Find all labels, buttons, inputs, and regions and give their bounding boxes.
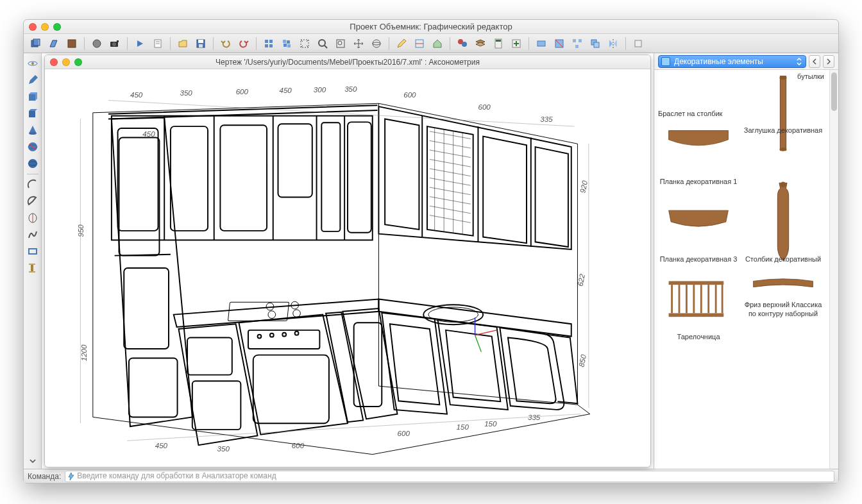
box-tool[interactable] — [25, 89, 40, 105]
edit-button[interactable] — [393, 36, 410, 51]
svg-rect-70 — [278, 124, 312, 197]
minimize-icon[interactable] — [62, 58, 70, 66]
orbit-button[interactable] — [368, 36, 385, 51]
save-button[interactable] — [192, 36, 209, 51]
svg-rect-72 — [348, 122, 371, 232]
library-grid: бутылки Браслет на столбик Планка декора… — [654, 70, 838, 469]
svg-line-23 — [325, 46, 327, 48]
svg-rect-94 — [187, 338, 232, 375]
explode-button[interactable] — [569, 36, 586, 51]
library-item[interactable]: Тарелочница — [657, 266, 740, 342]
close-icon[interactable] — [29, 23, 37, 31]
dim: 1200 — [80, 344, 88, 361]
zoom-icon[interactable] — [53, 23, 61, 31]
separator — [213, 37, 214, 50]
rect-tool[interactable] — [25, 244, 40, 259]
grid-button[interactable] — [260, 36, 277, 51]
sphere1-tool[interactable] — [25, 139, 40, 155]
svg-rect-60 — [29, 264, 35, 265]
dimensions-button[interactable] — [411, 36, 428, 51]
scrollbar[interactable] — [829, 70, 838, 469]
nav-prev-button[interactable] — [809, 55, 820, 68]
titlebar: Проект Объемник: Графический редактор — [24, 20, 838, 34]
main-toolbar — [24, 34, 838, 53]
sphere2-tool[interactable] — [25, 156, 40, 171]
dim: 350 — [344, 85, 357, 93]
column-tool[interactable] — [25, 260, 40, 276]
calc-button[interactable] — [490, 36, 507, 51]
zoom-fit-button[interactable] — [296, 36, 313, 51]
library-item[interactable]: Фриз верхний Классика по контуру наборны… — [741, 266, 825, 342]
add-button[interactable] — [508, 36, 525, 51]
zoom-button[interactable] — [314, 36, 331, 51]
svg-line-77 — [430, 140, 471, 148]
open-button[interactable] — [174, 36, 191, 51]
close-icon[interactable] — [50, 58, 58, 66]
arc2-tool[interactable] — [25, 194, 40, 209]
svg-line-78 — [430, 150, 471, 158]
svg-line-81 — [430, 178, 471, 186]
home-button[interactable] — [429, 36, 446, 51]
dim: 600 — [403, 90, 416, 99]
separator — [389, 37, 389, 50]
nav-next-button[interactable] — [823, 55, 834, 68]
pan-button[interactable] — [350, 36, 367, 51]
mirror-button[interactable] — [605, 36, 621, 51]
app-title: Проект Объемник: Графический редактор — [350, 22, 512, 31]
svg-point-22 — [319, 40, 325, 46]
cone-tool[interactable] — [25, 122, 40, 138]
arc1-tool[interactable] — [25, 177, 40, 192]
undo-button[interactable] — [217, 36, 234, 51]
rotate-tool[interactable] — [25, 56, 40, 71]
zoom-win-button[interactable] — [332, 36, 349, 51]
layers-button[interactable] — [472, 36, 489, 51]
canvas[interactable]: 450 350 600 450 300 350 600 600 335 450 … — [45, 69, 650, 467]
dim: 950 — [76, 224, 85, 237]
zoom-icon[interactable] — [74, 58, 82, 66]
minimize-icon[interactable] — [41, 23, 49, 31]
view-3d-button[interactable] — [28, 36, 44, 51]
category-dropdown[interactable]: Декоративные элементы — [658, 55, 806, 68]
library-panel: Декоративные элементы бутылки Браслет на… — [654, 53, 838, 469]
svg-point-49 — [29, 132, 37, 135]
redo-button[interactable] — [235, 36, 252, 51]
separator — [528, 37, 529, 50]
library-item[interactable]: Заглушка декоративная — [741, 124, 825, 187]
export-button[interactable] — [630, 36, 646, 51]
svg-rect-2 — [68, 40, 76, 47]
expand-button[interactable] — [25, 456, 40, 466]
play-button[interactable] — [131, 36, 148, 51]
svg-rect-97 — [253, 355, 329, 424]
curve-tool[interactable] — [25, 227, 40, 242]
svg-rect-17 — [283, 40, 286, 43]
svg-line-110 — [475, 330, 497, 335]
pencil-tool[interactable] — [25, 72, 40, 88]
library-item[interactable]: Столбик декоративный — [741, 189, 825, 265]
left-toolbar — [24, 53, 42, 469]
camera-button[interactable] — [106, 36, 123, 51]
texture-button[interactable] — [63, 36, 80, 51]
svg-line-85 — [430, 215, 471, 223]
render-button[interactable] — [89, 36, 105, 51]
svg-point-25 — [338, 41, 342, 45]
revolve-tool[interactable] — [25, 210, 40, 226]
grid3d-button[interactable] — [278, 36, 295, 51]
cut-plane-button[interactable] — [533, 36, 550, 51]
command-input[interactable]: Введите команду для обработки в Анализат… — [65, 471, 834, 482]
materials-button[interactable] — [454, 36, 471, 51]
svg-rect-42 — [594, 42, 599, 47]
svg-rect-120 — [669, 281, 724, 285]
report-button[interactable] — [149, 36, 166, 51]
svg-point-99 — [270, 333, 274, 337]
svg-point-109 — [428, 307, 478, 322]
svg-rect-40 — [575, 45, 579, 48]
scrollbar-thumb[interactable] — [831, 72, 837, 111]
library-item[interactable]: Планка декоративная 1 — [657, 111, 740, 187]
group-button[interactable] — [587, 36, 604, 51]
view-persp-button[interactable] — [46, 36, 62, 51]
box2-tool[interactable] — [25, 106, 40, 121]
library-item[interactable]: Планка декоративная 3 — [657, 189, 740, 265]
svg-rect-102 — [228, 302, 289, 321]
doc-title: Чертеж '/Users/yuriy/Documents/Mebel/Про… — [216, 58, 480, 67]
section-button[interactable] — [551, 36, 568, 51]
